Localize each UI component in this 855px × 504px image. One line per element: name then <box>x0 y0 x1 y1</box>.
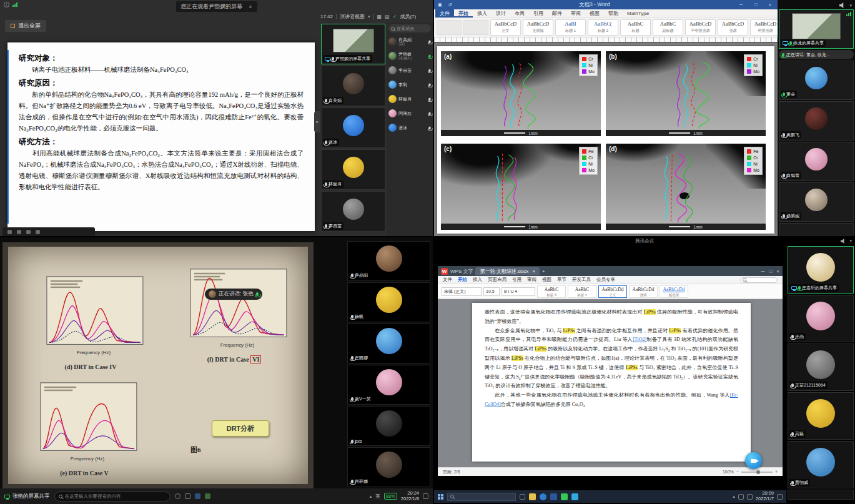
ribbon-tab[interactable]: 设计 <box>492 9 510 17</box>
menu-item[interactable]: 开发工具 <box>572 277 591 283</box>
maximize-button[interactable]: □ <box>769 269 772 274</box>
participant-video[interactable]: 何林娜 <box>347 447 430 487</box>
control-icon[interactable] <box>36 230 40 234</box>
start-button[interactable] <box>438 494 443 500</box>
meeting-control-bar[interactable] <box>2 227 95 236</box>
style-chip[interactable]: AaBbCcD强调 <box>718 19 748 36</box>
file-explorer-icon[interactable] <box>529 493 536 500</box>
meeting-floating-bubble[interactable] <box>745 452 762 469</box>
members-header[interactable]: 成员(7) <box>400 13 416 20</box>
style-chip[interactable]: AaBbC副标题 <box>653 19 683 36</box>
style-chip[interactable]: AaBbCcDd正文 <box>598 285 627 298</box>
menu-item[interactable]: 插入 <box>473 277 482 283</box>
participant-video[interactable]: 林懿月 <box>321 149 385 190</box>
battery-indicator[interactable]: 88% <box>384 493 397 500</box>
style-chip[interactable]: AaBbC标题 4 <box>568 285 596 298</box>
member-row[interactable]: 李昌苗 <box>388 63 431 77</box>
new-tab-button[interactable]: + <box>542 269 545 274</box>
participant-video[interactable]: 王苗212115064 <box>788 343 854 391</box>
ribbon-tab[interactable]: 开始 <box>454 9 473 17</box>
participant-video-partial[interactable] <box>779 223 854 235</box>
minimize-button[interactable]: ─ <box>737 2 746 7</box>
close-icon[interactable]: × <box>532 269 535 274</box>
participant-video[interactable]: 袁V一笑 <box>347 365 430 405</box>
drt-analysis-button[interactable]: DRT分析 <box>212 420 269 437</box>
style-chip[interactable]: AaBbC标题 <box>620 19 651 36</box>
browser-icon[interactable] <box>540 493 546 500</box>
exit-fullscreen-button[interactable]: 退出全屏 <box>5 20 46 32</box>
participant-video[interactable]: 肖美娟 <box>321 66 385 106</box>
member-row[interactable]: 张冰 <box>388 121 431 135</box>
text-format-buttons[interactable]: B I U ▾ <box>502 287 535 296</box>
control-icon[interactable] <box>26 230 31 234</box>
member-row[interactable]: 闫琳欣 <box>388 106 431 121</box>
participant-video[interactable]: 吴鹏飞 <box>779 101 854 141</box>
ribbon-tab[interactable]: 插入 <box>473 9 492 17</box>
taskbar-search-box[interactable] <box>54 492 171 502</box>
minimize-button[interactable]: ─ <box>761 269 765 274</box>
wps-document-tab[interactable]: 第一轮-文献综述.docx × <box>475 267 539 275</box>
member-search-input[interactable] <box>397 26 428 31</box>
task-view-icon[interactable] <box>520 494 525 500</box>
network-icon[interactable] <box>738 494 744 500</box>
menu-item[interactable]: 审阅 <box>527 277 536 283</box>
ribbon-tab[interactable]: 引用 <box>529 9 548 17</box>
participant-video[interactable]: 王晶 <box>788 295 854 342</box>
ribbon-tab[interactable]: 视图 <box>585 9 604 17</box>
participant-video[interactable]: 王丽娜 <box>347 324 430 363</box>
participant-video[interactable]: 马颖 <box>788 392 854 440</box>
cortana-icon[interactable] <box>175 493 180 499</box>
notification-icon[interactable] <box>423 493 428 499</box>
style-chip[interactable]: AaBbCcD正文 <box>490 19 521 36</box>
taskbar-clock[interactable]: 20:24 2022/1/8 <box>401 491 419 502</box>
mic-icon[interactable] <box>428 69 430 72</box>
collapse-strip-handle[interactable]: « <box>314 111 320 132</box>
mic-icon[interactable] <box>428 54 430 57</box>
close-button[interactable]: × <box>766 2 774 7</box>
zoom-level[interactable]: 100% <box>723 470 734 474</box>
ribbon-tab[interactable]: 审阅 <box>566 9 585 17</box>
menu-item[interactable]: 文件 <box>443 277 452 283</box>
save-icon[interactable]: ▣ <box>438 2 442 7</box>
menu-item[interactable]: 视图 <box>542 277 551 283</box>
chevron-down-icon[interactable]: ▾ <box>849 239 852 244</box>
app-icon[interactable] <box>195 493 200 499</box>
taskbar-search-input[interactable] <box>65 493 159 499</box>
style-chip[interactable]: AaBbC标题 3 <box>537 285 566 298</box>
participant-video[interactable]: 杨帆 <box>347 282 430 322</box>
menu-item[interactable]: 开始 <box>458 277 467 283</box>
zoom-slider[interactable] <box>741 472 773 473</box>
close-button[interactable]: × <box>776 269 779 274</box>
member-row[interactable]: 肖美娟(我) <box>388 34 431 49</box>
font-size-select[interactable]: 10.5 <box>483 287 500 296</box>
chat-app-icon[interactable] <box>561 493 568 500</box>
maximize-button[interactable]: □ <box>751 2 759 7</box>
info-icon[interactable]: i <box>4 2 9 7</box>
mic-icon[interactable] <box>428 126 430 129</box>
citation-link[interactable]: [TiO2] <box>633 337 646 342</box>
menu-item[interactable]: 页面布局 <box>488 277 507 283</box>
participant-video[interactable]: bxb <box>347 406 430 446</box>
mic-icon[interactable] <box>428 112 430 115</box>
control-icon[interactable] <box>7 230 12 234</box>
speaker-icon[interactable] <box>839 2 846 8</box>
member-search-box[interactable] <box>388 24 431 32</box>
mic-icon[interactable] <box>428 40 430 43</box>
mic-icon[interactable] <box>428 97 430 101</box>
ribbon-tab[interactable]: 邮件 <box>548 9 566 17</box>
participant-video[interactable]: 张冰 <box>321 107 385 148</box>
close-icon[interactable]: × <box>249 4 252 10</box>
style-chip[interactable]: AaBbCcD无间隔 <box>523 19 553 36</box>
tray-expand-icon[interactable]: ▴ <box>733 494 735 499</box>
zoom-in-button[interactable]: + <box>775 470 778 474</box>
undo-icon[interactable]: ↺ <box>448 2 452 7</box>
menu-item[interactable]: 引用 <box>512 277 521 283</box>
ribbon-tab[interactable]: 文件 <box>435 9 454 17</box>
ribbon-tab[interactable]: MathType <box>623 10 653 17</box>
ime-language[interactable]: 英 <box>375 493 380 500</box>
participant-video[interactable]: 李晶阳 <box>347 241 430 281</box>
menu-item[interactable]: 章节 <box>557 277 566 283</box>
speaker-icon[interactable] <box>840 239 846 244</box>
control-icon[interactable] <box>17 230 21 234</box>
participant-video[interactable]: 李昌苗 <box>321 191 385 232</box>
